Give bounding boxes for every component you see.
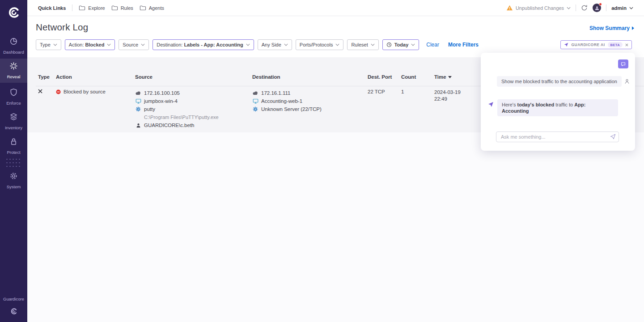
folder-icon <box>79 4 85 11</box>
send-icon[interactable] <box>610 134 616 140</box>
warning-icon <box>506 4 513 11</box>
new-chat-button[interactable] <box>618 59 628 68</box>
quick-links-label: Quick Links <box>38 5 66 11</box>
row-count-cell: 1 <box>401 89 404 94</box>
sidebar: Dashboard Reveal Enforce Inventory Prote… <box>0 0 27 322</box>
sidebar-item-label: Reveal <box>0 74 27 79</box>
sidebar-item-label: Enforce <box>0 101 27 106</box>
host-icon <box>135 98 141 104</box>
guardicore-mini-logo-icon <box>10 308 17 315</box>
row-destination-cell: 172.16.1.111 Accounting-web-1 Unknown Se… <box>252 89 322 113</box>
cloud-icon <box>252 91 258 95</box>
avatar-icon <box>594 5 600 11</box>
topbar-link-rules[interactable]: Rules <box>111 4 133 11</box>
topbar: Quick Links Explore Rules Agents Unpubli… <box>27 0 644 16</box>
guardicore-logo-icon <box>8 6 20 19</box>
process-icon <box>135 106 141 112</box>
sort-desc-icon <box>448 76 452 78</box>
sidebar-dotted-separator <box>5 157 22 169</box>
user-icon <box>135 123 141 128</box>
user-menu[interactable]: admin <box>611 5 633 11</box>
ai-logo-icon <box>564 42 568 47</box>
ai-chip-brand: GUARDICORE AI <box>571 42 605 47</box>
divider <box>576 4 576 11</box>
show-summary-link[interactable]: Show Summary <box>589 25 634 31</box>
column-header-time[interactable]: Time <box>434 74 452 80</box>
chevron-down-icon <box>411 43 415 46</box>
topbar-link-label: Explore <box>88 5 105 11</box>
refresh-icon[interactable] <box>581 4 588 11</box>
ai-assistant-panel: Show me blocked traffic to the accountin… <box>481 53 635 151</box>
column-header-dest-port: Dest. Port <box>368 74 392 80</box>
topbar-link-agents[interactable]: Agents <box>140 4 164 11</box>
more-filters-link[interactable]: More Filters <box>448 42 479 48</box>
filter-bar: Type Action: Blocked Source Destination:… <box>36 39 479 50</box>
ai-input[interactable] <box>496 131 619 142</box>
ai-chip-beta-badge: BETA <box>608 42 623 47</box>
sidebar-item-dashboard[interactable]: Dashboard <box>0 34 27 58</box>
unpublished-changes-menu[interactable]: Unpublished Changes <box>506 4 571 11</box>
chevron-down-icon <box>141 43 145 46</box>
chevron-down-icon <box>629 7 633 9</box>
ai-message-row: Here's today's blocked traffic to App: A… <box>488 99 618 116</box>
x-type-icon <box>38 89 42 93</box>
chevron-down-icon <box>53 43 57 46</box>
close-icon[interactable] <box>625 43 628 47</box>
row-type-cell <box>38 89 42 94</box>
row-action-cell: Blocked by source <box>56 89 106 94</box>
clock-icon <box>386 42 392 47</box>
user-icon <box>624 79 630 84</box>
column-header-type: Type <box>38 74 50 80</box>
filter-ports-protocols[interactable]: Ports/Protocols <box>296 39 344 50</box>
filter-any-side[interactable]: Any Side <box>258 39 292 50</box>
unpublished-changes-label: Unpublished Changes <box>516 5 564 11</box>
sidebar-item-label: Protect <box>0 150 27 155</box>
protect-lock-icon <box>9 137 18 146</box>
destination-process: Unknown Server (22/TCP) <box>252 105 322 113</box>
blocked-icon <box>56 89 61 94</box>
process-icon <box>252 106 258 112</box>
show-summary-label: Show Summary <box>589 25 630 31</box>
source-user: GUARDICORE\c.beth <box>135 121 219 129</box>
guardicore-ai-chip[interactable]: GUARDICORE AI BETA <box>560 40 632 49</box>
chevron-down-icon <box>371 43 375 46</box>
sidebar-brand-label: Guardicore <box>0 297 27 301</box>
user-message-row: Show me blocked traffic to the accountin… <box>488 76 630 87</box>
notification-badge <box>599 3 602 6</box>
filter-action[interactable]: Action: Blocked <box>65 39 115 50</box>
sidebar-item-enforce[interactable]: Enforce <box>0 85 27 109</box>
sidebar-item-system[interactable]: System <box>0 169 27 193</box>
chevron-down-icon <box>246 43 250 46</box>
chevron-down-icon <box>567 7 571 9</box>
filter-time-today[interactable]: Today <box>382 39 419 50</box>
clear-filters-link[interactable]: Clear <box>426 42 439 48</box>
filter-source[interactable]: Source <box>119 39 149 50</box>
action-label: Blocked by source <box>64 89 106 94</box>
topbar-link-explore[interactable]: Explore <box>79 4 105 11</box>
filter-type[interactable]: Type <box>36 39 61 50</box>
filter-destination[interactable]: Destination: Labels - App: Accounting <box>153 39 254 50</box>
row-time-cell: 2024-03-19 22:49 <box>434 89 469 102</box>
source-process-path: C:\Program Files\PuTTY\putty.exe <box>135 113 219 121</box>
filter-ruleset[interactable]: Ruleset <box>347 39 378 50</box>
source-process: putty <box>135 105 219 113</box>
sidebar-item-inventory[interactable]: Inventory <box>0 110 27 134</box>
topbar-link-label: Rules <box>121 5 133 11</box>
dashboard-icon <box>9 37 18 46</box>
notifications-avatar[interactable] <box>593 4 601 12</box>
caret-right-icon <box>631 26 634 30</box>
chat-icon <box>621 62 626 67</box>
source-ip: 172.16.100.105 <box>135 89 219 97</box>
sidebar-item-reveal[interactable]: Reveal <box>0 59 27 83</box>
column-header-source: Source <box>135 74 153 80</box>
reveal-icon <box>9 62 18 70</box>
cloud-icon <box>135 91 141 95</box>
chevron-down-icon <box>284 43 288 46</box>
host-icon <box>252 98 258 104</box>
chevron-down-icon <box>107 43 111 46</box>
chevron-down-icon <box>335 43 339 46</box>
enforce-shield-icon <box>9 88 18 97</box>
divider <box>72 4 72 11</box>
folder-icon <box>140 4 146 11</box>
sidebar-item-protect[interactable]: Protect <box>0 134 27 158</box>
